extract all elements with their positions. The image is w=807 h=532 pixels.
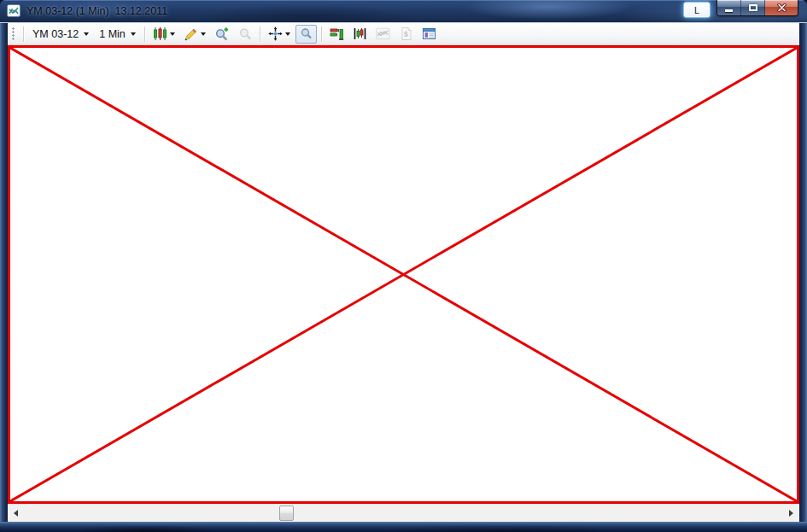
content-column: YM 03-12 1 Min [8,23,799,522]
strategies-button[interactable]: $ [395,25,417,44]
toolbar-grip[interactable] [12,27,15,41]
window-frame-right [799,23,807,522]
svg-text:$: $ [404,30,408,38]
minimize-icon [725,9,733,12]
chart-trader-button[interactable] [418,25,440,44]
chevron-down-icon [285,32,290,36]
crosshair-icon [268,26,283,41]
market-depth-button[interactable] [326,25,348,44]
magnifier-icon [237,26,252,41]
close-button[interactable] [765,0,798,15]
depth-bars-icon [330,26,344,41]
bar-type-button[interactable] [349,25,371,44]
dollar-document-icon: $ [399,26,413,41]
close-icon [777,3,787,12]
link-button[interactable]: L [683,2,711,18]
indicators-button[interactable] [372,25,394,44]
bracketed-candles-icon [353,26,367,41]
maximize-icon [749,4,757,11]
chevron-down-icon [170,32,175,36]
scroll-left-button[interactable] [9,505,23,522]
maximize-button[interactable] [741,0,765,15]
toolbar-separator [321,26,322,42]
instrument-label: YM 03-12 [32,28,79,40]
wave-lines-icon [376,26,390,41]
client-area: YM 03-12 1 Min [0,23,807,522]
arrow-right-icon [789,510,793,517]
chart-style-button[interactable] [149,25,178,44]
line-chart-window-icon[interactable] [7,4,21,18]
window-frame-bottom [0,522,807,532]
minimize-button[interactable] [717,0,741,15]
caption-button-group [716,0,798,16]
chevron-down-icon [84,32,89,36]
caption-buttons: L [683,0,798,18]
blue-panel-icon [422,26,436,41]
pencil-icon [184,26,198,41]
toolbar-separator [260,26,260,42]
titlebar[interactable]: YM 03-12 (1 Min) 13.12.2011 L [0,0,807,23]
instrument-selector[interactable]: YM 03-12 [27,25,94,44]
scrollbar-thumb[interactable] [279,506,294,521]
scroll-right-button[interactable] [784,505,798,522]
drawing-tools-button[interactable] [180,25,209,44]
missing-image-red-x [10,48,797,501]
candlestick-icon [153,26,167,41]
cursor-button[interactable] [265,25,294,44]
chart-canvas[interactable] [8,45,799,504]
zoom-in-button[interactable] [211,25,232,44]
interval-selector[interactable]: 1 Min [94,25,141,44]
magnifier-box-icon [299,26,313,41]
toolbar-separator [144,26,145,42]
arrow-left-icon [14,510,18,517]
zoom-out-button[interactable] [234,25,255,44]
chart-window: YM 03-12 (1 Min) 13.12.2011 L [0,0,807,532]
data-box-button[interactable] [295,25,317,44]
chart-toolbar: YM 03-12 1 Min [8,23,799,45]
toolbar-separator [23,26,24,42]
magnifier-plus-icon [214,26,229,41]
window-frame-left [0,23,8,522]
chevron-down-icon [131,32,136,36]
interval-label: 1 Min [99,28,126,40]
chevron-down-icon [201,32,206,36]
window-title: YM 03-12 (1 Min) 13.12.2011 [26,5,167,17]
horizontal-scrollbar[interactable] [8,504,799,522]
